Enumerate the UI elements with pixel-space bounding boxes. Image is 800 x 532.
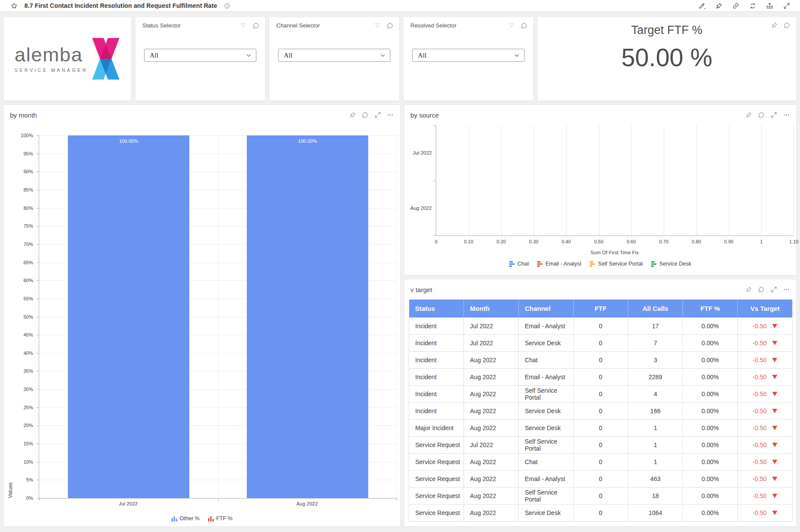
table-cell: Service Desk: [518, 335, 573, 352]
table-cell: Aug 2022: [464, 454, 518, 471]
y-tick-label: 40%: [11, 350, 33, 356]
more-icon[interactable]: [783, 286, 790, 293]
legend-item-chat[interactable]: Chat: [509, 261, 529, 267]
more-icon[interactable]: [387, 111, 394, 118]
y-tick-mark: [37, 480, 39, 480]
x-tick-label: 0.60: [627, 239, 636, 244]
pin-icon[interactable]: [745, 286, 752, 293]
y-tick-label: 5%: [11, 477, 33, 482]
table-row: Service RequestAug 2022Email - Analyst04…: [409, 471, 793, 488]
column-header-channel[interactable]: Channel: [518, 300, 573, 318]
table-cell: 0.00%: [683, 352, 738, 369]
x-tick-label: 0.20: [497, 239, 506, 244]
x-category-label: Aug 2022: [296, 501, 318, 506]
dropdown-value: All: [418, 51, 427, 59]
x-tick-mark: [397, 498, 397, 501]
column-header-status[interactable]: Status: [409, 300, 464, 318]
expand-icon[interactable]: [374, 111, 381, 118]
legend-swatch-icon: [537, 261, 543, 267]
table-cell: Aug 2022: [464, 471, 518, 488]
table-cell: 0.00%: [683, 369, 738, 386]
table-cell: Service Desk: [518, 403, 573, 420]
export-icon[interactable]: [766, 2, 773, 10]
info-icon[interactable]: [224, 3, 230, 9]
legend-item-other-[interactable]: Other %: [171, 515, 200, 522]
table-cell: 17: [628, 318, 683, 335]
pin-icon[interactable]: [771, 22, 778, 29]
legend-item-service-desk[interactable]: Service Desk: [651, 261, 692, 267]
pin-icon[interactable]: [715, 2, 723, 10]
panel-title: by source: [410, 111, 439, 119]
resolved-filter-dropdown[interactable]: All: [412, 49, 524, 62]
x-tick-mark: [39, 498, 40, 501]
bar-other-[interactable]: 100.00%: [68, 135, 189, 498]
table-row: Service RequestAug 2022Self Service Port…: [409, 488, 793, 505]
brand-wordmark-block: alemba SERVICE MANAGER: [15, 45, 88, 73]
edit-icon[interactable]: [698, 2, 706, 10]
comment-icon[interactable]: [521, 22, 528, 29]
column-header-vs-target[interactable]: Vs Target: [738, 300, 793, 318]
table-row: Service RequestAug 2022Service Desk01064…: [409, 505, 793, 522]
gridline: [534, 125, 534, 236]
expand-icon[interactable]: [770, 286, 777, 293]
down-triangle-icon: [772, 426, 777, 430]
table-cell: 1064: [628, 505, 683, 522]
y-tick-mark: [37, 425, 39, 426]
legend-item-ftf-[interactable]: FTF %: [208, 515, 233, 522]
y-tick-mark: [37, 154, 39, 154]
gridline: [501, 125, 501, 236]
legend-label: Other %: [180, 515, 200, 522]
down-triangle-icon: [772, 477, 777, 481]
table-row: Service RequestJul 2022Self Service Port…: [409, 437, 793, 454]
comment-icon[interactable]: [252, 22, 259, 29]
topbar-left: 8.7 First Contact Incident Resolution an…: [10, 2, 230, 10]
column-header-ftf-[interactable]: FTF %: [683, 300, 738, 318]
legend-item-email-analyst[interactable]: Email - Analyst: [537, 261, 582, 267]
link-icon[interactable]: [732, 2, 739, 10]
table-cell: 463: [628, 471, 683, 488]
column-header-month[interactable]: Month: [464, 300, 518, 318]
filter-icon[interactable]: [508, 22, 515, 29]
legend-label: Service Desk: [659, 261, 692, 267]
channel-filter-dropdown[interactable]: All: [278, 49, 390, 62]
filter-icon[interactable]: [374, 22, 381, 29]
column-header-ftf[interactable]: FTF: [573, 300, 628, 318]
comment-icon[interactable]: [758, 286, 765, 293]
comment-icon[interactable]: [758, 111, 765, 118]
legend-item-self-service-portal[interactable]: Self Service Portal: [590, 261, 643, 267]
y-tick-mark: [37, 389, 39, 390]
y-tick-label: 80%: [11, 205, 33, 211]
favorite-star-icon[interactable]: [10, 2, 18, 10]
y-tick-label: 100%: [11, 133, 33, 138]
by-source-plot: 00.100.200.300.400.500.600.700.800.9011.…: [436, 125, 794, 236]
status-filter-dropdown[interactable]: All: [144, 49, 256, 62]
alemba-x-logo-icon: [91, 38, 120, 80]
pin-icon[interactable]: [349, 111, 356, 118]
table-cell: Aug 2022: [464, 488, 518, 505]
y-tick-label: 10%: [11, 459, 33, 465]
table-cell: Service Request: [409, 437, 464, 454]
column-header-all-calls[interactable]: All Calls: [628, 300, 683, 318]
x-axis-labels: Jul 2022Aug 2022: [39, 501, 397, 508]
legend-label: Chat: [518, 261, 529, 267]
refresh-icon[interactable]: [749, 2, 756, 10]
y-tick-mark: [37, 335, 39, 335]
x-tick-label: 0: [435, 239, 437, 244]
table-cell: 0.00%: [683, 318, 738, 335]
expand-icon[interactable]: [770, 111, 777, 118]
fullscreen-icon[interactable]: [783, 2, 790, 10]
comment-icon[interactable]: [362, 111, 369, 118]
comment-icon[interactable]: [387, 22, 393, 29]
by-source-chart-panel: by source 00.100.200.300.400.500.600.700…: [404, 104, 797, 276]
dropdown-value: All: [284, 51, 292, 59]
y-tick-mark: [37, 172, 39, 172]
filter-icon[interactable]: [240, 22, 247, 29]
vs-target-cell: -0.50: [738, 374, 792, 380]
bar-other-[interactable]: 100.00%: [247, 135, 368, 498]
pin-icon[interactable]: [745, 111, 752, 118]
widget-title: Resolved Selector: [410, 22, 457, 29]
comment-icon[interactable]: [783, 22, 790, 29]
widget-title: Channel Selector: [276, 22, 320, 29]
bar-value-label: 100.00%: [68, 138, 189, 144]
more-icon[interactable]: [783, 111, 790, 118]
